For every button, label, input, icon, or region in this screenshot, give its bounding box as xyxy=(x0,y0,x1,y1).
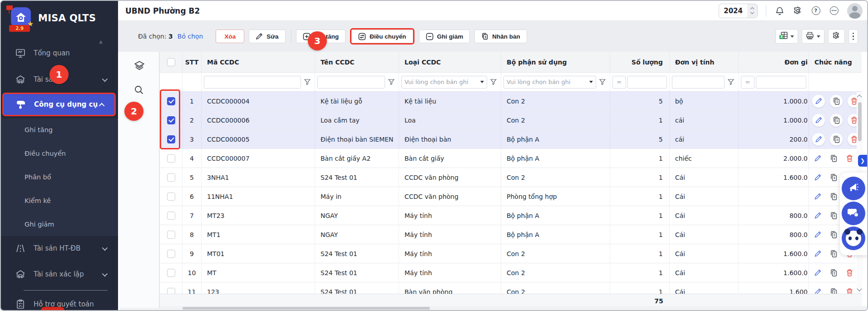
help-icon[interactable]: ? xyxy=(811,6,821,16)
deselect-link[interactable]: Bỏ chọn xyxy=(178,33,203,40)
edit-icon[interactable] xyxy=(812,210,823,221)
duplicate-icon[interactable] xyxy=(830,95,843,108)
submenu-item-dieu-chuyen[interactable]: Điều chuyển xyxy=(1,142,118,165)
submenu-item-kiem-ke[interactable]: Kiểm kê xyxy=(1,189,118,212)
gear-icon[interactable] xyxy=(793,6,803,16)
equals-operator[interactable]: = xyxy=(741,76,755,89)
delete-button[interactable]: Xóa xyxy=(216,30,244,43)
duplicate-icon[interactable] xyxy=(828,172,839,183)
layers-icon[interactable] xyxy=(133,60,145,74)
transfer-button[interactable]: Điều chuyển xyxy=(351,30,413,43)
delete-icon[interactable] xyxy=(844,267,855,278)
row-checkbox[interactable] xyxy=(167,231,175,239)
bell-icon[interactable] xyxy=(774,6,784,16)
table-row[interactable]: 8MT1NGAYMáy tínhBộ phận A1Cái800.0 xyxy=(160,225,862,244)
submenu-item-ghi-tang[interactable]: Ghi tăng xyxy=(1,118,118,142)
col-bo-phan[interactable]: Bộ phận sử dụng xyxy=(501,52,610,72)
sidebar-item-tai-san-xac-lap[interactable]: Tài sản xác lập xyxy=(1,264,118,284)
table-row[interactable]: 11123S24 Test 01Bàn văn phòngCon 21Cái1.… xyxy=(160,282,862,294)
sidebar-item-tai-san-ht-db[interactable]: Tài sản HT-ĐB xyxy=(1,238,118,258)
equals-operator[interactable]: = xyxy=(612,76,626,89)
filter-input-ten[interactable] xyxy=(317,76,385,89)
table-row[interactable]: 10MTS24 Test 01Máy tínhCon 21Cái1.600.0 xyxy=(160,263,862,282)
col-loai-ccdc[interactable]: Loại CCDC xyxy=(399,52,501,72)
edit-icon[interactable] xyxy=(812,172,823,183)
filter-input-don-gia[interactable] xyxy=(756,76,806,89)
duplicate-icon[interactable] xyxy=(830,133,843,146)
row-checkbox[interactable] xyxy=(167,269,175,277)
assistant-button[interactable] xyxy=(842,227,865,250)
expand-panel-tab[interactable]: ❯ xyxy=(858,155,867,167)
edit-icon[interactable] xyxy=(812,153,823,164)
table-row[interactable]: 7MT23NGAYMáy tínhBộ phận A1Cái800.0 xyxy=(160,206,862,225)
delete-icon[interactable] xyxy=(844,286,855,294)
delete-icon[interactable] xyxy=(844,153,855,164)
submenu-item-phan-bo[interactable]: Phân bổ xyxy=(1,165,118,189)
print-button[interactable] xyxy=(802,29,824,44)
col-so-luong[interactable]: Số lượng xyxy=(610,52,670,72)
edit-icon[interactable] xyxy=(812,114,825,127)
duplicate-icon[interactable] xyxy=(828,153,839,164)
duplicate-icon[interactable] xyxy=(830,114,843,127)
more-icon[interactable]: ⋯ xyxy=(829,6,839,16)
export-excel-button[interactable]: X xyxy=(775,29,798,44)
announcement-button[interactable] xyxy=(842,177,865,200)
filter-input-ma[interactable] xyxy=(204,76,301,89)
filter-input-so-luong[interactable] xyxy=(627,76,667,89)
decrease-record-button[interactable]: Ghi giảm xyxy=(419,30,470,43)
horizontal-scrollbar[interactable] xyxy=(120,306,867,310)
col-ten-ccdc[interactable]: Tên CCDC xyxy=(315,52,399,72)
edit-icon[interactable] xyxy=(812,229,823,240)
search-icon[interactable] xyxy=(133,84,144,97)
filter-select-loai[interactable]: Vui lòng chọn bản ghi xyxy=(401,76,487,89)
table-row[interactable]: 53NHA1S24 Test 01CCDC văn phòngCon 21Cái… xyxy=(160,168,862,187)
duplicate-button[interactable]: Nhân bản xyxy=(474,30,527,43)
table-row[interactable]: 4CCDC000007Bàn cắt giấy A2Bàn cắt giấyBộ… xyxy=(160,149,862,168)
filter-select-bo-phan[interactable]: Vui lòng chọn bản ghi xyxy=(503,76,596,89)
filter-funnel-icon[interactable] xyxy=(302,79,312,85)
duplicate-icon[interactable] xyxy=(828,210,839,221)
col-stt[interactable]: STT xyxy=(182,52,202,72)
filter-funnel-icon[interactable] xyxy=(488,79,498,85)
scrollbar-thumb[interactable] xyxy=(858,102,862,141)
more-menu-button[interactable] xyxy=(848,29,858,44)
chat-support-button[interactable] xyxy=(842,202,865,225)
table-row[interactable]: 2CCDC000006Loa cầm tayLoaCon 21cái1.000.… xyxy=(160,111,862,130)
select-all-checkbox[interactable] xyxy=(167,58,175,66)
row-checkbox[interactable] xyxy=(167,250,175,258)
year-selector[interactable]: 2024 xyxy=(719,4,758,18)
year-stepper[interactable] xyxy=(747,4,757,18)
edit-icon[interactable] xyxy=(812,267,823,278)
avatar[interactable] xyxy=(847,3,863,19)
table-row[interactable]: 9MT01S24 Test 01Máy tínhCon 21Cái1.600.0 xyxy=(160,244,862,263)
duplicate-icon[interactable] xyxy=(828,286,839,294)
edit-icon[interactable] xyxy=(812,95,825,108)
edit-icon[interactable] xyxy=(812,248,823,259)
edit-icon[interactable] xyxy=(812,286,823,294)
row-checkbox[interactable] xyxy=(167,212,175,220)
sidebar-item-tong-quan[interactable]: Tổng quan xyxy=(1,43,118,63)
col-don-gia[interactable]: Đơn gi xyxy=(739,52,809,72)
submenu-item-ghi-giam[interactable]: Ghi giảm xyxy=(1,212,118,236)
filter-funnel-icon[interactable] xyxy=(726,79,736,85)
col-ma-ccdc[interactable]: Mã CCDC xyxy=(202,52,315,72)
duplicate-icon[interactable] xyxy=(828,248,839,259)
row-checkbox[interactable] xyxy=(167,173,175,182)
scroll-down-icon[interactable] xyxy=(857,286,862,291)
edit-button[interactable]: Sửa xyxy=(249,30,285,43)
scroll-up-icon[interactable] xyxy=(857,94,862,99)
filter-funnel-icon[interactable] xyxy=(597,79,607,85)
duplicate-icon[interactable] xyxy=(828,229,839,240)
edit-icon[interactable] xyxy=(812,191,823,202)
table-settings-button[interactable] xyxy=(828,29,845,44)
sidebar-item-cong-cu-dung-cu[interactable]: Công cụ dụng cụ xyxy=(2,93,116,116)
col-don-vi-tinh[interactable]: Đơn vị tính xyxy=(670,52,739,72)
filter-funnel-icon[interactable] xyxy=(386,79,396,85)
row-checkbox[interactable] xyxy=(167,193,175,201)
table-row[interactable]: 1CCDC000004Kệ tài liệu gỗKệ tài liệuCon … xyxy=(160,92,862,111)
row-checkbox[interactable] xyxy=(167,154,175,163)
table-row[interactable]: 611NHA1Máy inCCDC văn phòngPhòng tổng hợ… xyxy=(160,187,862,206)
table-row[interactable]: 3CCDC000005Điện thoại bàn SIEMENĐiện tho… xyxy=(160,130,862,149)
filter-input-dvt[interactable] xyxy=(672,76,725,89)
duplicate-icon[interactable] xyxy=(828,191,839,202)
